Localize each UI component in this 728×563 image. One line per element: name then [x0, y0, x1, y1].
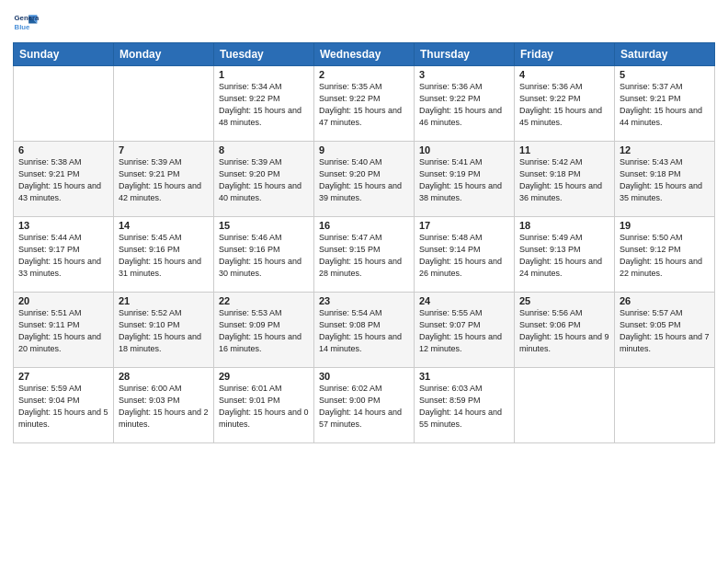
- weekday-header: Monday: [114, 43, 214, 66]
- calendar-week-row: 6Sunrise: 5:38 AMSunset: 9:21 PMDaylight…: [14, 142, 715, 217]
- day-info: Sunrise: 6:01 AMSunset: 9:01 PMDaylight:…: [219, 383, 309, 431]
- day-info: Sunrise: 6:03 AMSunset: 8:59 PMDaylight:…: [419, 383, 509, 431]
- calendar-week-row: 13Sunrise: 5:44 AMSunset: 9:17 PMDayligh…: [14, 217, 715, 293]
- calendar-cell: [14, 66, 114, 142]
- calendar-cell: 11Sunrise: 5:42 AMSunset: 9:18 PMDayligh…: [515, 142, 615, 217]
- day-info: Sunrise: 6:00 AMSunset: 9:03 PMDaylight:…: [119, 383, 209, 431]
- calendar-cell: 1Sunrise: 5:34 AMSunset: 9:22 PMDaylight…: [214, 66, 314, 142]
- calendar-cell: 3Sunrise: 5:36 AMSunset: 9:22 PMDaylight…: [415, 66, 515, 142]
- day-info: Sunrise: 5:43 AMSunset: 9:18 PMDaylight:…: [620, 156, 710, 204]
- day-info: Sunrise: 5:46 AMSunset: 9:16 PMDaylight:…: [219, 232, 309, 280]
- day-info: Sunrise: 5:40 AMSunset: 9:20 PMDaylight:…: [319, 156, 409, 204]
- day-number: 5: [620, 69, 710, 80]
- day-number: 25: [519, 295, 609, 306]
- calendar-cell: 12Sunrise: 5:43 AMSunset: 9:18 PMDayligh…: [615, 142, 715, 217]
- day-number: 6: [18, 144, 108, 155]
- calendar-header-row: SundayMondayTuesdayWednesdayThursdayFrid…: [14, 43, 715, 66]
- day-number: 30: [319, 371, 409, 382]
- day-number: 4: [519, 69, 609, 80]
- day-info: Sunrise: 5:54 AMSunset: 9:08 PMDaylight:…: [319, 307, 409, 355]
- calendar-cell: 27Sunrise: 5:59 AMSunset: 9:04 PMDayligh…: [14, 368, 114, 443]
- day-info: Sunrise: 5:50 AMSunset: 9:12 PMDaylight:…: [620, 232, 710, 280]
- day-number: 7: [119, 144, 209, 155]
- day-info: Sunrise: 5:36 AMSunset: 9:22 PMDaylight:…: [419, 81, 509, 129]
- day-info: Sunrise: 5:48 AMSunset: 9:14 PMDaylight:…: [419, 232, 509, 280]
- day-number: 31: [419, 371, 509, 382]
- calendar-cell: 14Sunrise: 5:45 AMSunset: 9:16 PMDayligh…: [114, 217, 214, 293]
- calendar-cell: 17Sunrise: 5:48 AMSunset: 9:14 PMDayligh…: [415, 217, 515, 293]
- day-number: 13: [18, 220, 108, 231]
- calendar-cell: 21Sunrise: 5:52 AMSunset: 9:10 PMDayligh…: [114, 293, 214, 368]
- day-info: Sunrise: 5:39 AMSunset: 9:21 PMDaylight:…: [119, 156, 209, 204]
- weekday-header: Wednesday: [314, 43, 415, 66]
- logo: General Blue: [13, 9, 39, 35]
- calendar-cell: 15Sunrise: 5:46 AMSunset: 9:16 PMDayligh…: [214, 217, 314, 293]
- weekday-header: Friday: [515, 43, 615, 66]
- day-number: 16: [319, 220, 409, 231]
- weekday-header: Sunday: [14, 43, 114, 66]
- svg-text:General: General: [15, 14, 39, 22]
- calendar-cell: 13Sunrise: 5:44 AMSunset: 9:17 PMDayligh…: [14, 217, 114, 293]
- weekday-header: Saturday: [615, 43, 715, 66]
- calendar-week-row: 1Sunrise: 5:34 AMSunset: 9:22 PMDaylight…: [14, 66, 715, 142]
- calendar-cell: 22Sunrise: 5:53 AMSunset: 9:09 PMDayligh…: [214, 293, 314, 368]
- day-info: Sunrise: 5:57 AMSunset: 9:05 PMDaylight:…: [620, 307, 710, 355]
- day-info: Sunrise: 5:35 AMSunset: 9:22 PMDaylight:…: [319, 81, 409, 129]
- calendar-cell: [114, 66, 214, 142]
- day-info: Sunrise: 5:37 AMSunset: 9:21 PMDaylight:…: [620, 81, 710, 129]
- calendar-cell: 29Sunrise: 6:01 AMSunset: 9:01 PMDayligh…: [214, 368, 314, 443]
- calendar-cell: 23Sunrise: 5:54 AMSunset: 9:08 PMDayligh…: [314, 293, 415, 368]
- day-info: Sunrise: 5:49 AMSunset: 9:13 PMDaylight:…: [519, 232, 609, 280]
- calendar-cell: 20Sunrise: 5:51 AMSunset: 9:11 PMDayligh…: [14, 293, 114, 368]
- weekday-header: Thursday: [415, 43, 515, 66]
- calendar-cell: 16Sunrise: 5:47 AMSunset: 9:15 PMDayligh…: [314, 217, 415, 293]
- day-info: Sunrise: 5:53 AMSunset: 9:09 PMDaylight:…: [219, 307, 309, 355]
- calendar-cell: 2Sunrise: 5:35 AMSunset: 9:22 PMDaylight…: [314, 66, 415, 142]
- day-number: 14: [119, 220, 209, 231]
- calendar-cell: 19Sunrise: 5:50 AMSunset: 9:12 PMDayligh…: [615, 217, 715, 293]
- calendar-cell: 30Sunrise: 6:02 AMSunset: 9:00 PMDayligh…: [314, 368, 415, 443]
- calendar-cell: 25Sunrise: 5:56 AMSunset: 9:06 PMDayligh…: [515, 293, 615, 368]
- calendar-cell: 8Sunrise: 5:39 AMSunset: 9:20 PMDaylight…: [214, 142, 314, 217]
- day-info: Sunrise: 5:55 AMSunset: 9:07 PMDaylight:…: [419, 307, 509, 355]
- day-info: Sunrise: 5:38 AMSunset: 9:21 PMDaylight:…: [18, 156, 108, 204]
- day-number: 9: [319, 144, 409, 155]
- day-info: Sunrise: 5:47 AMSunset: 9:15 PMDaylight:…: [319, 232, 409, 280]
- day-info: Sunrise: 5:41 AMSunset: 9:19 PMDaylight:…: [419, 156, 509, 204]
- calendar-cell: 31Sunrise: 6:03 AMSunset: 8:59 PMDayligh…: [415, 368, 515, 443]
- calendar-cell: 5Sunrise: 5:37 AMSunset: 9:21 PMDaylight…: [615, 66, 715, 142]
- day-number: 8: [219, 144, 309, 155]
- day-number: 12: [620, 144, 710, 155]
- day-info: Sunrise: 5:36 AMSunset: 9:22 PMDaylight:…: [519, 81, 609, 129]
- day-number: 2: [319, 69, 409, 80]
- calendar-cell: [515, 368, 615, 443]
- day-info: Sunrise: 5:44 AMSunset: 9:17 PMDaylight:…: [18, 232, 108, 280]
- calendar-cell: [615, 368, 715, 443]
- day-number: 3: [419, 69, 509, 80]
- day-number: 19: [620, 220, 710, 231]
- day-info: Sunrise: 5:34 AMSunset: 9:22 PMDaylight:…: [219, 81, 309, 129]
- day-info: Sunrise: 5:42 AMSunset: 9:18 PMDaylight:…: [519, 156, 609, 204]
- calendar-week-row: 20Sunrise: 5:51 AMSunset: 9:11 PMDayligh…: [14, 293, 715, 368]
- day-info: Sunrise: 5:59 AMSunset: 9:04 PMDaylight:…: [18, 383, 108, 431]
- calendar-cell: 7Sunrise: 5:39 AMSunset: 9:21 PMDaylight…: [114, 142, 214, 217]
- day-number: 18: [519, 220, 609, 231]
- calendar-cell: 18Sunrise: 5:49 AMSunset: 9:13 PMDayligh…: [515, 217, 615, 293]
- weekday-header: Tuesday: [214, 43, 314, 66]
- day-number: 10: [419, 144, 509, 155]
- day-number: 28: [119, 371, 209, 382]
- calendar-cell: 26Sunrise: 5:57 AMSunset: 9:05 PMDayligh…: [615, 293, 715, 368]
- calendar-cell: 6Sunrise: 5:38 AMSunset: 9:21 PMDaylight…: [14, 142, 114, 217]
- day-number: 27: [18, 371, 108, 382]
- calendar-cell: 28Sunrise: 6:00 AMSunset: 9:03 PMDayligh…: [114, 368, 214, 443]
- day-number: 11: [519, 144, 609, 155]
- day-info: Sunrise: 5:45 AMSunset: 9:16 PMDaylight:…: [119, 232, 209, 280]
- day-number: 17: [419, 220, 509, 231]
- day-info: Sunrise: 5:52 AMSunset: 9:10 PMDaylight:…: [119, 307, 209, 355]
- page-header: General Blue: [13, 9, 715, 35]
- logo-icon: General Blue: [13, 9, 39, 35]
- day-number: 20: [18, 295, 108, 306]
- day-number: 1: [219, 69, 309, 80]
- day-number: 29: [219, 371, 309, 382]
- day-number: 26: [620, 295, 710, 306]
